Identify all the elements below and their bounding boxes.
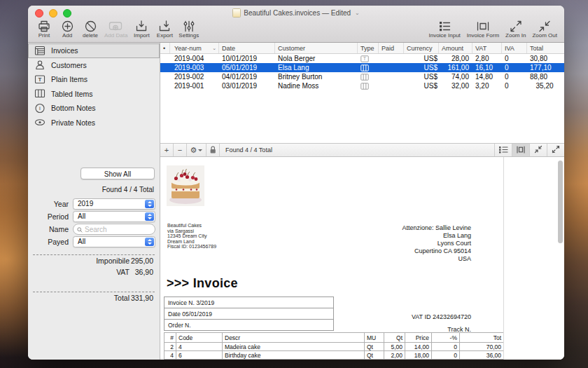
form-view-button[interactable] xyxy=(512,144,529,156)
remove-record-button[interactable]: − xyxy=(174,144,187,156)
sidebar-item-bottom-notes[interactable]: i Bottom Notes xyxy=(28,101,160,116)
invoice-title: >>> Invoice xyxy=(167,276,238,291)
total-row: Total 331,90 xyxy=(32,292,155,304)
sidebar-item-private-notes[interactable]: Private Notes xyxy=(28,116,160,130)
titlebar[interactable]: Beautiful Cakes.invoices — Edited ⌄ xyxy=(28,6,564,20)
vat-label: VAT xyxy=(32,268,130,276)
list-status-bar: + − ⚙ Found 4 / 4 Total xyxy=(160,144,564,157)
sidebar-item-label: Invoices xyxy=(51,46,78,55)
main-panel: • Year-num⌄ Date Customer Type Paid Curr… xyxy=(160,43,564,360)
col-iva[interactable]: IVA xyxy=(502,43,527,53)
invoice-row-selected[interactable]: 2019-003 05/01/2019 Elsa Lang US$ 161,00… xyxy=(160,63,564,72)
import-button[interactable]: Import xyxy=(132,20,150,39)
col-bullet[interactable]: • xyxy=(160,43,170,53)
list-view-button[interactable] xyxy=(494,144,512,156)
period-filter-label: Period xyxy=(32,212,73,221)
invoice-date-field[interactable]: Date 05/01/2019 xyxy=(164,308,334,320)
tabled-item-type-icon xyxy=(358,74,379,81)
tabled-item-type-icon xyxy=(358,83,379,90)
col-year-num[interactable]: Year-num⌄ xyxy=(170,43,219,53)
sidebar-item-invoices[interactable]: Invoices xyxy=(28,43,160,58)
item-row[interactable]: 4 6 Birthday cake Qt 2,00 18,00 0 36,00 xyxy=(164,351,504,360)
shrink-view-button[interactable] xyxy=(529,144,547,156)
preview-scrollbar[interactable] xyxy=(558,161,563,243)
list-view-icon xyxy=(498,144,508,156)
filter-panel: Show All Found 4 / 4 Total Year 2019 Per… xyxy=(28,168,160,249)
invoice-row[interactable]: 2019-002 04/01/2019 Britney Burton US$ 7… xyxy=(160,72,564,81)
sidebar-item-tabled-items[interactable]: Tabled Items xyxy=(28,87,160,102)
fullscreen-button[interactable] xyxy=(63,9,71,18)
imponibile-row: Imponibile 295,00 xyxy=(32,255,155,266)
stepper-icon xyxy=(145,212,154,221)
sidebar-item-customers[interactable]: Customers xyxy=(28,58,160,73)
page-edge-divider xyxy=(503,157,504,360)
stepper-icon xyxy=(145,200,154,208)
company-logo-image xyxy=(167,165,204,206)
found-status-label: Found 4 / 4 Total xyxy=(220,146,272,154)
invoice-list: • Year-num⌄ Date Customer Type Paid Curr… xyxy=(160,43,564,144)
invoice-input-button[interactable]: Invoice Input xyxy=(428,20,460,39)
arrows-outward-icon xyxy=(552,144,560,156)
delete-button[interactable]: delete xyxy=(81,20,99,39)
view-switcher xyxy=(494,144,564,156)
minimize-button[interactable] xyxy=(49,9,57,18)
print-icon xyxy=(37,20,51,32)
add-button[interactable]: Add xyxy=(58,20,76,39)
add-data-button[interactable]: Add Data xyxy=(104,20,127,39)
close-button[interactable] xyxy=(35,9,43,18)
col-paid[interactable]: Paid xyxy=(379,43,404,53)
name-search-field[interactable] xyxy=(73,224,155,235)
col-currency[interactable]: Currency xyxy=(404,43,439,53)
window-title-text: Beautiful Cakes.invoices — Edited xyxy=(244,9,351,17)
export-button[interactable]: Export xyxy=(155,20,174,39)
window-title: Beautiful Cakes.invoices — Edited ⌄ xyxy=(232,8,360,18)
invoice-row[interactable]: 2019-001 03/01/2019 Nadine Moss US$ 32,0… xyxy=(160,81,564,90)
zoom-in-button[interactable]: Zoom In xyxy=(505,20,526,39)
period-select[interactable]: All xyxy=(73,211,155,222)
settings-button[interactable]: Settings xyxy=(178,20,199,39)
company-address-block: Beautiful Cakes via Sargassi 12345 Dream… xyxy=(167,223,216,250)
invoices-icon xyxy=(34,46,46,56)
zoom-out-button[interactable]: Zoom Out xyxy=(532,20,557,39)
sort-chevron-icon: ⌄ xyxy=(212,46,216,51)
title-chevron-icon[interactable]: ⌄ xyxy=(355,10,360,16)
col-vat[interactable]: VAT xyxy=(472,43,502,53)
actions-gear-button[interactable]: ⚙ xyxy=(187,144,206,156)
payed-select[interactable]: All xyxy=(73,236,155,247)
search-icon xyxy=(77,223,83,236)
lock-button[interactable] xyxy=(206,144,220,156)
info-circle-icon: i xyxy=(34,103,46,114)
expand-view-button[interactable] xyxy=(547,144,564,156)
export-icon xyxy=(158,20,172,32)
plain-items-icon: T xyxy=(34,74,46,85)
sidebar-item-plain-items[interactable]: T Plain Items xyxy=(28,72,160,87)
total-label: Total xyxy=(32,294,130,302)
desktop-wallpaper: Beautiful Cakes.invoices — Edited ⌄ Prin… xyxy=(0,0,588,368)
year-select-value: 2019 xyxy=(78,200,93,207)
add-record-button[interactable]: + xyxy=(160,144,174,156)
col-type[interactable]: Type xyxy=(358,43,379,53)
year-select[interactable]: 2019 xyxy=(73,198,155,210)
delete-icon xyxy=(84,20,97,32)
print-button[interactable]: Print xyxy=(35,20,53,39)
year-filter-row: Year 2019 xyxy=(32,198,155,210)
year-filter-label: Year xyxy=(32,200,73,208)
col-customer[interactable]: Customer xyxy=(275,43,358,53)
search-input[interactable] xyxy=(85,226,151,233)
zoom-out-icon xyxy=(538,20,552,32)
invoice-form-button[interactable]: Invoice Form xyxy=(467,20,499,39)
order-number-field[interactable]: Order N. xyxy=(164,319,334,331)
col-date[interactable]: Date xyxy=(219,43,275,53)
main-toolbar: Print Add delete Add Data xyxy=(28,20,564,41)
svg-text:T: T xyxy=(38,76,41,83)
invoice-input-icon xyxy=(438,20,451,32)
col-amount[interactable]: Amount xyxy=(439,43,472,53)
invoice-row[interactable]: 2019-004 10/01/2019 Nola Berger T US$ 28… xyxy=(160,54,564,63)
invoice-number-field[interactable]: Invoice N. 3/2019 xyxy=(164,297,334,308)
chevron-down-icon xyxy=(198,149,202,151)
period-filter-row: Period All xyxy=(32,211,155,222)
col-total[interactable]: Total xyxy=(527,43,564,53)
sidebar-item-label: Customers xyxy=(51,61,87,69)
show-all-button[interactable]: Show All xyxy=(80,168,155,179)
item-row[interactable]: 2 4 Madeira cake Qt 5,00 14,00 0 70,00 xyxy=(164,343,504,351)
